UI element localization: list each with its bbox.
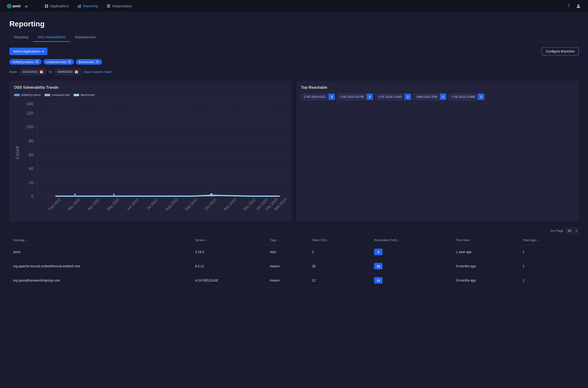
help-button[interactable]: ? — [565, 2, 573, 10]
clear-custom-date-link[interactable]: Clear Custom Date — [84, 70, 111, 74]
configure-branches-button[interactable]: Configure Branches — [542, 48, 579, 55]
nav-reporting[interactable]: Reporting — [74, 2, 101, 10]
cve-tag-0[interactable]: CVE-2020-5421 2 — [301, 93, 335, 100]
per-page-select[interactable]: 10 20 50 100 — [565, 228, 579, 234]
svg-text:120: 120 — [26, 111, 33, 116]
svg-text:40: 40 — [29, 166, 34, 171]
tag-close-shiftleft[interactable]: ✕ — [35, 60, 39, 64]
cve-label-3: GMS-2022-559 — [413, 93, 440, 100]
to-date-input[interactable]: 03/09/2023 📅 — [55, 68, 81, 75]
nav-organization[interactable]: Organization — [103, 2, 135, 10]
trend-svg: 0 20 40 60 80 100 120 140 Count — [14, 99, 287, 216]
svg-text:Sep 2022: Sep 2022 — [184, 197, 198, 211]
to-label: To — [49, 70, 52, 74]
svg-text:qwiet: qwiet — [12, 4, 21, 8]
svg-rect-7 — [45, 6, 46, 8]
svg-rect-14 — [107, 7, 110, 7]
svg-rect-10 — [79, 5, 80, 8]
top-reachable-card: Top Reachable CVE-2020-5421 2 CVE-2018-1… — [296, 81, 579, 221]
cve-tag-1[interactable]: CVE-2018-15756 2 — [337, 93, 373, 100]
cell-total-apps-1: 1 — [519, 259, 579, 273]
col-total-apps[interactable]: Total Apps ↕ — [519, 236, 579, 245]
cell-reachable-cves-1: 28 — [370, 259, 452, 273]
sort-icon-package: ↕ — [27, 239, 28, 242]
svg-text:.ai: .ai — [24, 5, 27, 8]
col-type[interactable]: Type ↕ — [266, 236, 308, 245]
from-date-input[interactable]: 01/01/2022 📅 — [20, 68, 46, 75]
cve-count-0: 2 — [329, 94, 335, 100]
main-content: Reporting Reporting OSS Vulnerabilities … — [0, 12, 588, 295]
legend-color-containers — [45, 94, 50, 96]
select-applications-button[interactable]: Select Applications ▾ — [9, 48, 48, 55]
per-page-wrap[interactable]: 10 20 50 100 — [565, 228, 579, 234]
cve-count-1: 2 — [367, 94, 373, 100]
cell-version-2: 4.3.6.RELEASE — [191, 273, 266, 288]
legend-color-benchmark — [74, 94, 79, 96]
cve-tag-3[interactable]: GMS-2022-559 1 — [413, 93, 446, 100]
col-package[interactable]: Package ↕ — [9, 236, 191, 245]
cell-first-seen-0: 1 year ago — [452, 245, 519, 259]
cve-tag-4[interactable]: CVE-2022-22968 1 — [449, 93, 484, 100]
nav-applications[interactable]: Applications — [41, 2, 72, 10]
tab-oss-vulnerabilities[interactable]: OSS Vulnerabilities — [33, 33, 70, 42]
logo[interactable]: qwiet .ai — [6, 2, 34, 10]
table-row[interactable]: org.apache.tomcat.embed/tomcat-embed-cor… — [9, 259, 579, 273]
cve-label-0: CVE-2020-5421 — [301, 93, 329, 100]
cell-version-1: 8.5.11 — [191, 259, 266, 273]
cell-reachable-cves-2: 12 — [370, 273, 452, 288]
nav-links: Applications Reporting Organization — [41, 2, 565, 10]
legend-shiftleft: shiftleft-js-demo — [14, 93, 41, 97]
tag-benchmark: Benchmark ✕ — [76, 59, 102, 65]
user-button[interactable] — [574, 2, 582, 10]
cell-total-cves-1: 28 — [308, 259, 371, 273]
table-row[interactable]: axios 0.19.0 npm 2 2 1 year ago 1 — [9, 245, 579, 259]
svg-text:140: 140 — [26, 101, 33, 106]
svg-rect-6 — [47, 4, 48, 6]
col-first-seen[interactable]: First Seen ↕ — [452, 236, 519, 245]
svg-rect-12 — [107, 4, 110, 5]
col-version[interactable]: Version ↕ — [191, 236, 266, 245]
cell-type-1: maven — [266, 259, 308, 273]
tag-close-benchmark[interactable]: ✕ — [96, 60, 99, 64]
svg-rect-9 — [78, 5, 78, 8]
col-reachable-cves[interactable]: Reachable CVEs ↕ — [370, 236, 452, 245]
cve-tag-2[interactable]: CVE-2018-11040 2 — [375, 93, 411, 100]
vulnerabilities-table: Package ↕ Version ↕ Type ↕ Total CVEs ↕ … — [9, 236, 579, 288]
calendar-icon-to: 📅 — [74, 70, 78, 73]
svg-rect-8 — [47, 6, 48, 8]
cell-total-cves-0: 2 — [308, 245, 371, 259]
svg-point-2 — [9, 5, 10, 6]
table-row[interactable]: org.springframework/spring-core 4.3.6.RE… — [9, 273, 579, 288]
oss-trend-title: OSS Vulnerability Trends — [14, 85, 287, 90]
cve-label-1: CVE-2018-15756 — [337, 93, 367, 100]
table-header-row: Per Page 10 20 50 100 — [9, 228, 579, 234]
svg-text:Jun 2022: Jun 2022 — [126, 197, 139, 211]
cve-label-4: CVE-2022-22968 — [449, 93, 478, 100]
oss-trend-chart: OSS Vulnerability Trends shiftleft-js-de… — [9, 81, 292, 221]
calendar-icon: 📅 — [39, 70, 43, 73]
cve-count-2: 2 — [405, 94, 411, 100]
tag-containers-test: containers-test ✕ — [44, 59, 74, 65]
cell-package-1: org.apache.tomcat.embed/tomcat-embed-cor… — [9, 259, 191, 273]
tab-dependencies[interactable]: Dependencies — [70, 33, 101, 42]
svg-point-36 — [113, 194, 115, 195]
svg-text:Count: Count — [15, 146, 20, 159]
cell-total-apps-0: 1 — [519, 245, 579, 259]
tag-close-containers[interactable]: ✕ — [68, 60, 71, 64]
cve-grid: CVE-2020-5421 2 CVE-2018-15756 2 CVE-201… — [301, 93, 574, 100]
reachable-badge-0: 2 — [374, 249, 383, 255]
svg-rect-11 — [80, 4, 81, 8]
cell-total-cves-2: 12 — [308, 273, 371, 288]
cell-first-seen-2: 9 months ago — [452, 273, 519, 288]
cell-total-apps-2: 1 — [519, 273, 579, 288]
svg-text:Oct 2022: Oct 2022 — [204, 198, 217, 211]
svg-rect-13 — [107, 6, 110, 6]
table-head: Package ↕ Version ↕ Type ↕ Total CVEs ↕ … — [9, 236, 579, 245]
table-body: axios 0.19.0 npm 2 2 1 year ago 1 org.ap… — [9, 245, 579, 288]
tab-reporting[interactable]: Reporting — [9, 33, 33, 42]
col-total-cves[interactable]: Total CVEs ↕ — [308, 236, 371, 245]
cell-package-2: org.springframework/spring-core — [9, 273, 191, 288]
svg-point-37 — [210, 193, 213, 196]
legend-containers: containers-test — [45, 93, 70, 97]
cell-type-0: npm — [266, 245, 308, 259]
